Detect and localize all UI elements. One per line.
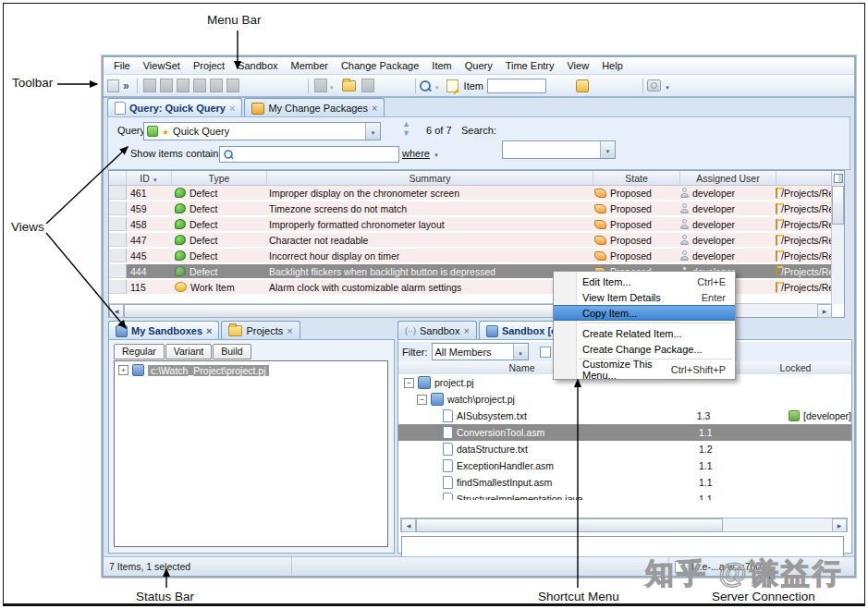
scroll-right-icon[interactable]: ▶ (817, 304, 832, 318)
menu-item[interactable]: Item (425, 58, 458, 73)
menu-item-edit-item[interactable]: Edit Item...Ctrl+E (554, 274, 735, 289)
row-selector[interactable] (109, 233, 127, 247)
close-tab-icon[interactable] (287, 325, 292, 336)
menu-viewset[interactable]: ViewSet (137, 58, 187, 73)
menu-item-view-item-details[interactable]: View Item DetailsEnter (554, 289, 735, 305)
open-sandbox-icon[interactable] (160, 79, 173, 92)
check-out-icon[interactable] (226, 79, 239, 92)
item-row[interactable]: 447 Defect Character not readable Propos… (109, 233, 844, 247)
scroll-left-icon[interactable]: ◀ (401, 518, 416, 532)
search-combobox[interactable] (502, 140, 616, 159)
member-row[interactable]: AISubsystem.txt 1.3 [developer] (398, 408, 851, 424)
tab-query-quick-query[interactable]: Query: Quick Query (107, 98, 242, 117)
screenshot-icon[interactable] (647, 79, 661, 91)
scrollbar-thumb[interactable] (416, 518, 723, 532)
menu-project[interactable]: Project (187, 58, 231, 73)
column-header-summary[interactable]: Summary (267, 171, 593, 185)
row-selector[interactable] (109, 249, 127, 262)
scroll-left-icon[interactable]: ◀ (109, 304, 124, 318)
toolbar-overflow-chevron-icon[interactable] (123, 79, 129, 92)
edit-member-icon[interactable] (193, 79, 206, 92)
screenshot-dropdown-arrow-icon[interactable] (665, 80, 670, 91)
search-dropdown-button[interactable] (600, 141, 615, 158)
where-dropdown-arrow-icon[interactable] (434, 148, 439, 159)
row-selector[interactable] (109, 201, 127, 215)
row-selector[interactable] (109, 186, 127, 200)
menu-file[interactable]: File (107, 58, 137, 73)
column-header-type[interactable]: Type (172, 171, 267, 185)
item-row[interactable]: 458 Defect Improperly formatted chronome… (109, 217, 844, 231)
resync-icon[interactable] (361, 79, 374, 92)
column-header-id[interactable]: ID (127, 171, 172, 185)
row-selector-header[interactable] (109, 171, 127, 185)
item-row[interactable]: 459 Defect Timezone screens do not match… (109, 201, 844, 215)
tab-my-sandboxes[interactable]: My Sandboxes (108, 321, 219, 340)
member-row[interactable]: findSmallestInput.asm 1.1 (398, 474, 851, 491)
scroll-right-icon[interactable]: ▶ (832, 518, 847, 532)
search-dropdown-arrow-icon[interactable] (434, 80, 440, 91)
item-summary: Improperly formatted chronometer layout (265, 219, 591, 230)
filter-combobox[interactable]: All Members (432, 343, 529, 360)
menu-view[interactable]: View (560, 58, 595, 73)
query-dropdown-button[interactable] (365, 123, 380, 140)
column-header-assigned-user[interactable]: Assigned User (680, 171, 776, 185)
query-combobox[interactable]: Quick Query (143, 122, 381, 140)
check-in-icon[interactable] (210, 79, 223, 92)
row-selector[interactable] (109, 217, 127, 231)
menu-time-entry[interactable]: Time Entry (499, 58, 561, 73)
items-vertical-scrollbar[interactable] (831, 185, 844, 304)
member-history-icon[interactable] (314, 79, 327, 92)
close-tab-icon[interactable] (463, 325, 469, 336)
member-row[interactable]: dataStructure.txt 1.2 (398, 441, 851, 457)
close-tab-icon[interactable] (372, 103, 377, 114)
member-row-selected[interactable]: ConversionTool.asm 1.1 (398, 424, 851, 441)
search-icon[interactable] (420, 80, 431, 91)
menu-item-create-change-package[interactable]: Create Change Package... (554, 341, 735, 357)
row-selector[interactable] (109, 280, 127, 294)
column-picker-button[interactable] (831, 171, 844, 185)
tab-sandbox[interactable]: Sandbox (397, 321, 477, 340)
sandbox-tree-item[interactable]: c:\Watch_Project\project.pj (115, 361, 387, 376)
create-change-package-icon[interactable] (576, 79, 589, 92)
filter-dropdown-button[interactable] (513, 344, 528, 359)
subproject-row[interactable]: watch\project.pj (398, 391, 851, 408)
member-row[interactable]: ExceptionHandler.asm 1.1 (398, 457, 851, 474)
member-row[interactable]: StructureImplementation.java 1.1 (398, 491, 851, 500)
tab-regular[interactable]: Regular (114, 344, 165, 359)
members-horizontal-scrollbar[interactable]: ◀ ▶ (400, 518, 848, 532)
close-tab-icon[interactable] (206, 325, 212, 336)
edit-item-icon[interactable] (446, 79, 458, 92)
tab-build[interactable]: Build (213, 344, 251, 359)
viewset-icon[interactable] (107, 79, 119, 92)
menu-item-create-related-item[interactable]: Create Related Item... (554, 325, 735, 341)
row-selector[interactable] (109, 264, 127, 278)
close-tab-icon[interactable] (229, 103, 235, 114)
containing-input[interactable] (219, 146, 399, 163)
menu-member[interactable]: Member (285, 58, 335, 73)
view-members-icon[interactable] (177, 79, 189, 92)
collapse-icon[interactable] (404, 378, 414, 388)
item-row[interactable]: 461 Defect Improper display on the chron… (109, 186, 844, 200)
menu-sandbox[interactable]: Sandbox (231, 58, 284, 73)
tab-projects[interactable]: Projects (221, 321, 300, 340)
menu-help[interactable]: Help (595, 58, 630, 73)
dropdown-arrow-icon[interactable] (329, 80, 335, 91)
scrollbar-thumb[interactable] (832, 186, 844, 225)
item-row[interactable]: 445 Defect Incorrect hour display on tim… (109, 249, 844, 262)
column-header-state[interactable]: State (593, 171, 680, 185)
tab-my-change-packages[interactable]: My Change Packages (244, 98, 385, 117)
collapse-icon[interactable] (417, 395, 427, 405)
menu-query[interactable]: Query (458, 58, 499, 73)
cycle-query-arrows-icon[interactable]: ▲▼ (402, 121, 410, 136)
column-header-locked[interactable]: Locked (740, 361, 851, 374)
menu-item-customize-this-menu[interactable]: Customize This Menu...Ctrl+Shift+P (554, 361, 735, 377)
filter-checkbox[interactable] (540, 347, 551, 358)
expand-icon[interactable] (118, 365, 128, 375)
tab-variant[interactable]: Variant (165, 344, 213, 359)
menu-change-package[interactable]: Change Package (335, 58, 425, 73)
open-folder-icon[interactable] (342, 80, 356, 91)
item-id-input[interactable] (487, 79, 546, 93)
menu-item-copy-item[interactable]: Copy Item... (554, 305, 735, 321)
open-project-icon[interactable] (143, 79, 156, 92)
where-link[interactable]: where (402, 148, 439, 159)
